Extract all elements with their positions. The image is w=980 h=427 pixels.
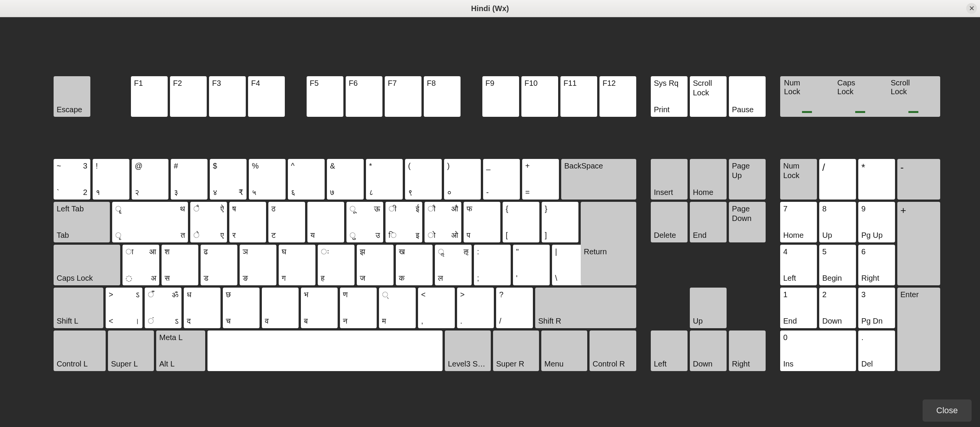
key-l[interactable]: ◌ॢऌल	[435, 245, 472, 285]
key-scroll-lock[interactable]: Scroll Lock	[690, 76, 727, 117]
key-pageup[interactable]: Page Up	[729, 159, 766, 200]
key-insert[interactable]: Insert	[651, 159, 688, 200]
key-kp-3[interactable]: 3Pg Dn	[858, 288, 895, 328]
key-kp-multiply[interactable]: *	[858, 159, 895, 200]
key-s[interactable]: शस	[162, 245, 198, 285]
key-kp-7[interactable]: 7Home	[780, 202, 817, 242]
key-v[interactable]: व	[262, 288, 299, 328]
key-lessgreater[interactable]: >ऽ<।	[106, 288, 142, 328]
key-pagedown[interactable]: Page Down	[729, 202, 766, 242]
key-z[interactable]: ◌ँ◌ंॐऽ	[145, 288, 181, 328]
key-6[interactable]: ^६	[288, 159, 325, 200]
key-kp-enter[interactable]: Enter	[897, 288, 940, 371]
key-c[interactable]: छच	[223, 288, 260, 328]
key-5[interactable]: %५	[249, 159, 286, 200]
key-kp-1[interactable]: 1End	[780, 288, 817, 328]
key-i[interactable]: ◌ौ◌ोऔओ	[425, 202, 461, 242]
key-g[interactable]: घग	[279, 245, 315, 285]
key-escape[interactable]: Escape	[54, 76, 90, 117]
key-end[interactable]: End	[690, 202, 727, 242]
key-9[interactable]: (९	[405, 159, 442, 200]
key-2[interactable]: @२	[132, 159, 168, 200]
key-p[interactable]: {[	[503, 202, 539, 242]
key-apostrophe[interactable]: "'	[513, 245, 550, 285]
key-f9[interactable]: F9	[482, 76, 519, 117]
key-slash[interactable]: ?/	[496, 288, 533, 328]
key-3[interactable]: #३	[171, 159, 207, 200]
key-ctrl-left[interactable]: Control L	[54, 330, 106, 371]
key-w[interactable]: ◌ै◌ेऐए	[190, 202, 227, 242]
key-kp-5[interactable]: 5Begin	[819, 245, 856, 285]
key-down[interactable]: Down	[690, 330, 727, 371]
key-delete[interactable]: Delete	[651, 202, 688, 242]
key-8[interactable]: *८	[366, 159, 403, 200]
key-kp-subtract[interactable]: -	[897, 159, 940, 200]
key-period[interactable]: >.	[457, 288, 494, 328]
key-kp-2[interactable]: 2Down	[819, 288, 856, 328]
key-a[interactable]: ◌ा◌आअ	[122, 245, 159, 285]
key-left[interactable]: Left	[651, 330, 688, 371]
key-ctrl-right[interactable]: Control R	[590, 330, 636, 371]
key-space[interactable]	[207, 330, 443, 371]
key-tab[interactable]: Left TabTab	[54, 202, 110, 242]
key-kp-decimal[interactable]: .Del	[858, 330, 895, 371]
key-k[interactable]: खक	[396, 245, 433, 285]
key-f5[interactable]: F5	[307, 76, 343, 117]
key-f2[interactable]: F2	[170, 76, 207, 117]
key-4[interactable]: $४₹	[210, 159, 247, 200]
key-j[interactable]: झज	[357, 245, 394, 285]
key-f7[interactable]: F7	[385, 76, 421, 117]
key-comma[interactable]: <,	[418, 288, 455, 328]
key-e[interactable]: षर	[229, 202, 266, 242]
key-1[interactable]: !१	[93, 159, 129, 200]
key-semicolon[interactable]: :;	[474, 245, 511, 285]
key-up[interactable]: Up	[690, 288, 727, 328]
key-f10[interactable]: F10	[521, 76, 558, 117]
key-r[interactable]: ठट	[268, 202, 305, 242]
key-return[interactable]: Return	[581, 202, 636, 285]
key-f12[interactable]: F12	[599, 76, 636, 117]
key-right[interactable]: Right	[729, 330, 766, 371]
key-n[interactable]: णन	[340, 288, 377, 328]
key-h[interactable]: ◌ःह	[318, 245, 354, 285]
key-shift-right[interactable]: Shift R	[535, 288, 636, 328]
key-x[interactable]: धद	[184, 288, 220, 328]
key-shift-left[interactable]: Shift L	[54, 288, 103, 328]
key-0[interactable]: )०	[444, 159, 481, 200]
key-menu[interactable]: Menu	[541, 330, 587, 371]
key-f1[interactable]: F1	[131, 76, 168, 117]
key-7[interactable]: &७	[327, 159, 364, 200]
key-b[interactable]: भब	[301, 288, 338, 328]
key-equals[interactable]: +=	[522, 159, 559, 200]
key-f11[interactable]: F11	[560, 76, 597, 117]
close-icon[interactable]: ✕	[966, 3, 977, 14]
key-kp-divide[interactable]: /	[819, 159, 856, 200]
key-level3-shift[interactable]: Level3 S…	[445, 330, 491, 371]
key-grave[interactable]: ~3`2	[54, 159, 90, 200]
key-kp-4[interactable]: 4Left	[780, 245, 817, 285]
key-capslock[interactable]: Caps Lock	[54, 245, 120, 285]
key-t[interactable]: य	[307, 202, 344, 242]
key-super-left[interactable]: Super L	[108, 330, 154, 371]
key-y[interactable]: ◌ू◌ुऊउ	[346, 202, 383, 242]
key-alt-left[interactable]: Meta LAlt L	[156, 330, 205, 371]
key-kp-8[interactable]: 8Up	[819, 202, 856, 242]
key-o[interactable]: फप	[464, 202, 500, 242]
key-d[interactable]: ढड	[201, 245, 237, 285]
key-kp-6[interactable]: 6Right	[858, 245, 895, 285]
key-minus[interactable]: _-	[483, 159, 520, 200]
key-kp-9[interactable]: 9Pg Up	[858, 202, 895, 242]
key-home[interactable]: Home	[690, 159, 727, 200]
key-f4[interactable]: F4	[248, 76, 285, 117]
key-f3[interactable]: F3	[209, 76, 246, 117]
key-super-right[interactable]: Super R	[493, 330, 539, 371]
key-numlock[interactable]: Num Lock	[780, 159, 817, 200]
key-kp-0[interactable]: 0Ins	[780, 330, 856, 371]
key-f[interactable]: ञङ	[240, 245, 276, 285]
key-m[interactable]: ◌्म	[379, 288, 416, 328]
key-f6[interactable]: F6	[346, 76, 382, 117]
key-q[interactable]: ◌ॄ◌ृथत	[112, 202, 188, 242]
key-leftbracket[interactable]: }]	[542, 202, 578, 242]
key-u[interactable]: ◌ी◌िईइ	[385, 202, 422, 242]
key-f8[interactable]: F8	[424, 76, 461, 117]
